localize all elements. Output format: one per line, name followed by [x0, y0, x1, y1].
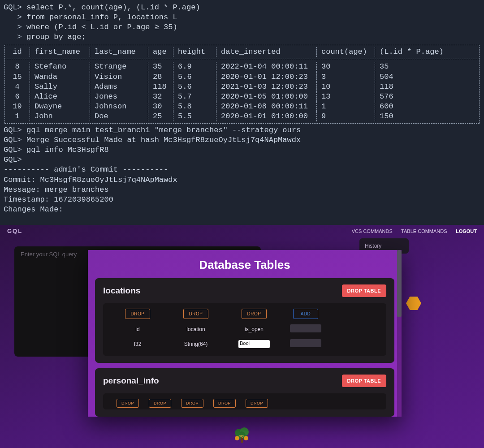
cell: 5.8 — [173, 102, 216, 112]
cell: 2020-01-01 01:00:00 — [216, 112, 317, 121]
result-table: id first_name last_name age height date_… — [4, 45, 480, 124]
cell: 35 — [148, 62, 173, 72]
drop-column-button[interactable]: DROP — [213, 399, 236, 408]
cell: 19 — [5, 102, 30, 112]
app-brand: GQL — [7, 228, 22, 234]
cell: Sally — [30, 82, 90, 92]
svg-text:GQL: GQL — [238, 435, 246, 438]
sql-line: group by age; — [26, 32, 86, 42]
query-placeholder: Enter your SQL query — [21, 251, 77, 258]
cell: 15 — [5, 72, 30, 82]
columns-panel: DROP DROP DROP DROP DROP — [103, 393, 386, 409]
terminal-line: Commit: Mc3HsgfR8zueOyJtLsj7q4NApMawdx — [4, 175, 480, 185]
terminal-output: GQL> select P.*, count(age), (L.id * P.a… — [0, 0, 484, 215]
cell: Wanda — [30, 72, 90, 82]
drop-column-button[interactable]: DROP — [246, 399, 268, 408]
topbar: GQL VCS COMMANDS TABLE COMMANDS LOGOUT — [0, 225, 484, 237]
modal-scrollbar[interactable] — [397, 250, 402, 417]
column-type-input[interactable]: Bool — [238, 340, 270, 348]
database-tables-modal: Database Tables locations DROP TABLE DRO… — [88, 250, 402, 417]
cell: Alice — [30, 92, 90, 102]
sql-line: select P.*, count(age), (L.id * P.age) — [26, 3, 200, 13]
table-row: 19DwayneJohnson305.82020-01-08 00:00:111… — [5, 102, 479, 112]
col-header: date_inserted — [216, 47, 317, 57]
column-name: id — [108, 326, 167, 332]
cell: 1 — [317, 102, 375, 112]
tree-logo-icon: GQL — [232, 426, 252, 444]
cell: Doe — [90, 112, 148, 121]
column-name: is_open — [225, 326, 283, 332]
cell: 30 — [317, 62, 375, 72]
terminal-line: GQL> — [4, 155, 480, 165]
cell: 2021-01-03 12:00:23 — [216, 82, 317, 92]
prompt-cont: > — [4, 22, 22, 32]
cell: 150 — [375, 112, 454, 121]
cell: 35 — [375, 62, 454, 72]
drop-column-button[interactable]: DROP — [149, 399, 171, 408]
cell: Stefano — [30, 62, 90, 72]
cell: 5.7 — [173, 92, 216, 102]
drop-table-button[interactable]: DROP TABLE — [342, 284, 387, 297]
new-column-type-input[interactable] — [290, 339, 321, 347]
drop-column-button[interactable]: DROP — [125, 309, 151, 319]
table-card-locations: locations DROP TABLE DROP DROP DROP ADD … — [95, 278, 394, 363]
col-header: height — [173, 47, 216, 57]
top-nav: VCS COMMANDS TABLE COMMANDS LOGOUT — [345, 228, 477, 234]
cell: Jones — [90, 92, 148, 102]
cell: 5.6 — [173, 82, 216, 92]
nav-vcs-commands[interactable]: VCS COMMANDS — [352, 228, 393, 234]
cell: 600 — [375, 102, 454, 112]
cell: 2022-01-04 00:00:11 — [216, 62, 317, 72]
drop-column-button[interactable]: DROP — [117, 399, 139, 408]
cell: John — [30, 112, 90, 121]
table-row: 4SallyAdams1185.62021-01-03 12:00:231011… — [5, 82, 479, 92]
nav-table-commands[interactable]: TABLE COMMANDS — [401, 228, 447, 234]
cell: 118 — [148, 82, 173, 92]
cell: 30 — [148, 102, 173, 112]
prompt: GQL> — [4, 3, 22, 13]
cell: 8 — [5, 62, 30, 72]
terminal-line: ---------- admin's Commit ---------- — [4, 165, 480, 175]
cell: 28 — [148, 72, 173, 82]
cell: 6.9 — [173, 62, 216, 72]
column-type: String(64) — [167, 341, 225, 347]
terminal-line: GQL> gql merge main test_branch1 "merge … — [4, 125, 480, 135]
terminal-line: GQL> gql info Mc3HsgfR8 — [4, 145, 480, 155]
cell: 2020-01-08 00:00:11 — [216, 102, 317, 112]
table-name: personal_info — [103, 376, 342, 386]
drop-column-button[interactable]: DROP — [242, 309, 267, 319]
cell: 6 — [5, 92, 30, 102]
drop-column-button[interactable]: DROP — [183, 309, 209, 319]
col-header: count(age) — [317, 47, 375, 57]
cell: 25 — [148, 112, 173, 121]
hexagon-icon — [406, 297, 421, 310]
table-row: 6AliceJones325.72020-01-05 01:00:0013576 — [5, 92, 479, 102]
drop-table-button[interactable]: DROP TABLE — [342, 375, 387, 387]
cell: 10 — [317, 82, 375, 92]
cell: 4 — [5, 82, 30, 92]
scrollbar-thumb[interactable] — [397, 250, 402, 317]
add-column-button[interactable]: ADD — [293, 309, 319, 319]
terminal-line: GQL> Merge Successful Made at hash Mc3Hs… — [4, 135, 480, 145]
new-column-name-input[interactable] — [290, 324, 321, 332]
terminal-line: Message: merge branches — [4, 185, 480, 195]
terminal-line: Changes Made: — [4, 205, 480, 215]
col-header: id — [5, 47, 30, 57]
prompt-cont: > — [4, 32, 22, 42]
cell: Dwayne — [30, 102, 90, 112]
column-type: I32 — [108, 341, 167, 347]
nav-logout[interactable]: LOGOUT — [456, 228, 477, 234]
cell: 3 — [317, 72, 375, 82]
col-header: (L.id * P.age) — [375, 47, 454, 57]
sql-line: from personal_info P, locations L — [26, 13, 177, 22]
cell: 2020-01-05 01:00:00 — [216, 92, 317, 102]
cell: 504 — [375, 72, 454, 82]
cell: Adams — [90, 82, 148, 92]
app-window: GQL VCS COMMANDS TABLE COMMANDS LOGOUT E… — [0, 225, 484, 448]
table-card-personal-info: personal_info DROP TABLE DROP DROP DROP … — [95, 368, 394, 417]
svg-rect-3 — [241, 437, 243, 443]
cell: 5.6 — [173, 72, 216, 82]
prompt-cont: > — [4, 13, 22, 22]
drop-column-button[interactable]: DROP — [181, 399, 203, 408]
cell: Johnson — [90, 102, 148, 112]
